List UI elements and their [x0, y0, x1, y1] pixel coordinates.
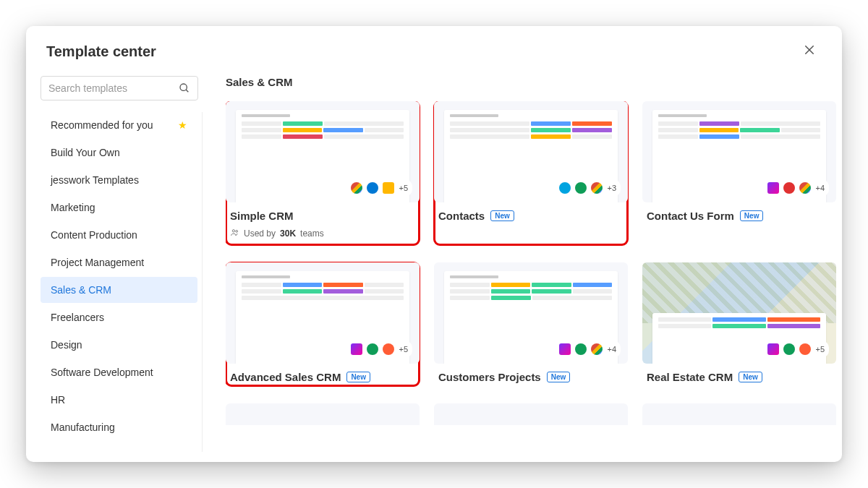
people-icon [230, 228, 239, 239]
sidebar-item-recommended[interactable]: Recommended for you ★ [41, 112, 197, 138]
template-center-modal: Template center Recommended for you ★ Bu… [26, 26, 842, 462]
sidebar-item-build-your-own[interactable]: Build Your Own [41, 140, 197, 166]
template-card-partial[interactable] [226, 403, 420, 425]
integration-icons: +5 [346, 341, 412, 358]
drive-icon [575, 343, 587, 355]
search-icon [179, 82, 190, 94]
sidebar-item-label: Freelancers [51, 312, 104, 323]
template-card-advanced-sales-crm[interactable]: +5 Advanced Sales CRM New [226, 262, 420, 386]
sidebar-item-label: Content Production [51, 229, 137, 241]
template-thumbnail: +3 [434, 101, 628, 202]
template-thumbnail [642, 403, 836, 425]
used-by-count: 30K [280, 228, 296, 239]
svg-point-4 [232, 230, 234, 232]
sidebar-item-design[interactable]: Design [41, 332, 197, 358]
search-field[interactable] [41, 76, 198, 100]
star-icon: ★ [178, 119, 187, 131]
integration-icon [559, 343, 571, 355]
sidebar-item-label: Recommended for you [51, 119, 153, 131]
more-count: +4 [607, 345, 616, 354]
used-by-row: Used by 30K teams [226, 225, 420, 245]
hubspot-icon [383, 343, 394, 355]
integration-icons: +4 [555, 341, 621, 358]
new-badge: New [739, 372, 762, 382]
template-thumbnail: +5 [642, 262, 836, 364]
gmail-icon [799, 182, 811, 194]
sidebar-item-label: Sales & CRM [51, 284, 111, 296]
template-thumbnail: +4 [434, 262, 628, 364]
close-icon[interactable] [797, 40, 822, 63]
new-badge: New [490, 210, 514, 221]
modal-body: Recommended for you ★ Build Your Own jes… [26, 66, 842, 462]
integration-icon [783, 182, 795, 194]
sidebar-item-label: Software Development [51, 367, 153, 378]
sidebar-item-content-production[interactable]: Content Production [41, 222, 197, 248]
more-count: +3 [607, 184, 616, 192]
drive-icon [783, 343, 795, 355]
drive-icon [575, 182, 587, 194]
sidebar-scroll[interactable]: Recommended for you ★ Build Your Own jes… [41, 112, 203, 452]
sidebar-item-hr[interactable]: HR [41, 387, 197, 413]
template-title: Contact Us Form [647, 210, 734, 222]
main-content: Sales & CRM [205, 66, 842, 462]
sidebar-item-label: HR [51, 394, 65, 406]
sidebar-item-software-dev[interactable]: Software Development [41, 359, 197, 385]
integration-icons: +5 [763, 341, 829, 358]
more-count: +5 [399, 184, 408, 192]
used-by-suffix: teams [300, 228, 324, 239]
template-card-contact-us-form[interactable]: +4 Contact Us Form New [642, 101, 836, 245]
svg-line-3 [186, 90, 188, 92]
template-thumbnail: +4 [642, 101, 836, 202]
search-input[interactable] [48, 82, 179, 94]
template-card-contacts[interactable]: +3 Contacts New [434, 101, 628, 245]
new-badge: New [346, 372, 370, 382]
gmail-icon [591, 182, 603, 194]
outlook-icon [367, 182, 378, 194]
sidebar-item-manufacturing[interactable]: Manufacturing [41, 414, 197, 440]
integration-icons: +5 [346, 179, 412, 197]
template-thumbnail [226, 403, 420, 425]
template-grid: +5 Simple CRM Used by 30K teams [226, 101, 836, 425]
sidebar-item-freelancers[interactable]: Freelancers [41, 304, 197, 330]
used-by-prefix: Used by [244, 228, 276, 239]
new-badge: New [547, 372, 571, 382]
template-title: Contacts [438, 210, 485, 222]
gmail-icon [591, 343, 603, 355]
template-card-customers-projects[interactable]: +4 Customers Projects New [434, 262, 628, 386]
template-thumbnail: +5 [226, 101, 420, 202]
sidebar-item-jesswork[interactable]: jesswork Templates [41, 167, 197, 193]
template-title: Real Estate CRM [647, 371, 733, 383]
sidebar-item-label: Design [51, 339, 82, 351]
hubspot-icon [799, 343, 811, 355]
integration-icon [767, 182, 779, 194]
sidebar-item-label: jesswork Templates [51, 174, 139, 186]
sidebar-item-sales-crm[interactable]: Sales & CRM [41, 277, 197, 303]
integration-icon [351, 343, 362, 355]
more-count: +5 [815, 345, 825, 354]
section-title: Sales & CRM [226, 76, 836, 88]
sidebar-item-project-management[interactable]: Project Management [41, 249, 197, 275]
template-title: Customers Projects [438, 371, 541, 383]
template-card-partial[interactable] [642, 403, 836, 425]
template-thumbnail: +5 [226, 262, 420, 364]
drive-icon [367, 343, 378, 355]
new-badge: New [740, 210, 764, 221]
modal-title: Template center [46, 43, 156, 60]
svg-point-5 [236, 231, 238, 233]
template-title: Advanced Sales CRM [230, 371, 341, 383]
sidebar-item-label: Build Your Own [51, 147, 120, 158]
integration-icon [767, 343, 779, 355]
more-count: +4 [815, 184, 825, 192]
sidebar-item-marketing[interactable]: Marketing [41, 194, 197, 221]
template-card-simple-crm[interactable]: +5 Simple CRM Used by 30K teams [226, 101, 420, 245]
integration-icons: +3 [555, 179, 621, 197]
sidebar-item-label: Project Management [51, 257, 144, 268]
svg-point-2 [180, 84, 187, 90]
template-card-real-estate-crm[interactable]: +5 Real Estate CRM New [642, 262, 836, 386]
template-title: Simple CRM [230, 210, 294, 222]
sidebar: Recommended for you ★ Build Your Own jes… [26, 66, 205, 462]
modal-header: Template center [26, 26, 842, 66]
sidebar-item-label: Manufacturing [51, 421, 115, 433]
more-count: +5 [399, 345, 408, 354]
template-card-partial[interactable] [434, 403, 628, 425]
